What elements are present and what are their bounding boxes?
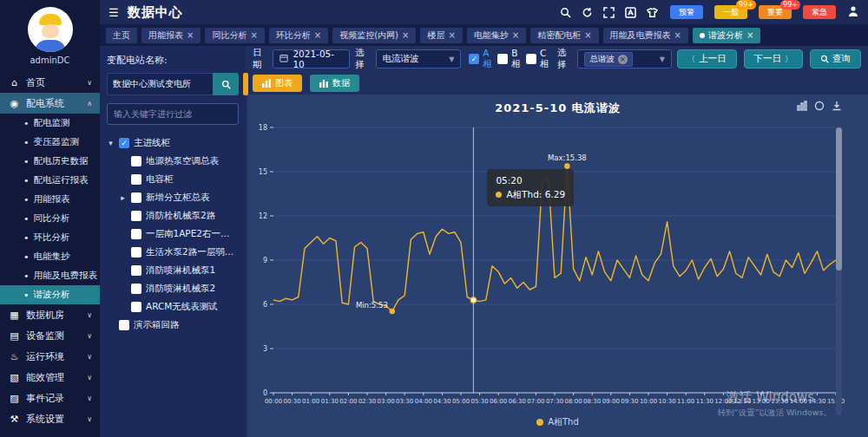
tab-精密配电柜[interactable]: 精密配电柜× bbox=[530, 28, 598, 43]
tab-视频监控(内网)[interactable]: 视频监控(内网)× bbox=[332, 28, 416, 43]
scrollbar-thumb[interactable] bbox=[836, 127, 842, 271]
checkbox-icon[interactable] bbox=[131, 284, 141, 294]
data-view-button[interactable]: 数据 bbox=[310, 75, 359, 92]
harmonic-order-select[interactable]: 总谐波 × ▼ bbox=[577, 49, 672, 68]
tab-close-icon[interactable]: × bbox=[512, 30, 519, 40]
tree-node-消防喷淋机械泵1[interactable]: 消防喷淋机械泵1 bbox=[107, 261, 239, 279]
checkbox-icon[interactable] bbox=[131, 247, 141, 258]
tree-caret-icon[interactable]: ▸ bbox=[119, 193, 127, 202]
checkbox-icon[interactable] bbox=[119, 320, 129, 330]
sidebar-subitem-配电监测[interactable]: •配电监测 bbox=[0, 114, 100, 133]
device-monitor-icon: ▤ bbox=[8, 330, 21, 342]
tree-node-消防栓机械泵2路[interactable]: 消防栓机械泵2路 bbox=[107, 206, 239, 225]
sidebar-subitem-配电历史数据[interactable]: •配电历史数据 bbox=[0, 152, 100, 171]
sidebar-subitem-谐波分析[interactable]: •谐波分析 bbox=[0, 285, 100, 304]
tab-环比分析[interactable]: 环比分析× bbox=[269, 28, 328, 43]
tab-电能集抄[interactable]: 电能集抄× bbox=[467, 28, 526, 43]
user-icon[interactable] bbox=[847, 4, 859, 21]
tab-用能及电费报表[interactable]: 用能及电费报表× bbox=[603, 28, 688, 43]
font-size-icon[interactable] bbox=[624, 6, 636, 18]
tab-close-icon[interactable]: × bbox=[250, 30, 257, 40]
sidebar-subitem-用能及电费报表[interactable]: •用能及电费报表 bbox=[0, 266, 100, 285]
tab-close-icon[interactable]: × bbox=[584, 30, 591, 40]
sidebar-item-配电系统[interactable]: ◉配电系统∧ bbox=[0, 93, 100, 114]
phase-checkbox-A相[interactable]: ✓A相 bbox=[469, 48, 492, 70]
query-button[interactable]: 查询 bbox=[810, 49, 861, 68]
hamburger-icon[interactable]: ☰ bbox=[108, 6, 119, 19]
tree-node-新增分立柜总表[interactable]: ▸新增分立柜总表 bbox=[107, 188, 239, 206]
station-input[interactable] bbox=[107, 73, 213, 95]
fullscreen-icon[interactable] bbox=[602, 6, 615, 18]
checkbox-icon[interactable] bbox=[497, 54, 508, 64]
alert-button-一般[interactable]: 一般99+ bbox=[714, 5, 747, 19]
alert-button-重要[interactable]: 重要99+ bbox=[759, 5, 792, 19]
sidebar-item-数据机房[interactable]: ▦数据机房∨ bbox=[0, 304, 100, 325]
tree-node-ARCM无线表测试[interactable]: ARCM无线表测试 bbox=[107, 297, 239, 316]
prev-day-button[interactable]: 〈 上一日 bbox=[677, 49, 737, 68]
tab-close-icon[interactable]: × bbox=[187, 30, 194, 40]
sidebar-subitem-变压器监测[interactable]: •变压器监测 bbox=[0, 133, 100, 152]
date-picker[interactable]: 2021-05-10 bbox=[273, 49, 350, 68]
tab-close-icon[interactable]: × bbox=[314, 30, 321, 40]
tab-同比分析[interactable]: 同比分析× bbox=[205, 28, 264, 43]
tab-close-icon[interactable]: × bbox=[746, 30, 753, 40]
tag-remove-icon[interactable]: × bbox=[618, 55, 628, 64]
alert-button-紧急[interactable]: 紧急 bbox=[803, 5, 836, 19]
tree-node-演示箱回路[interactable]: 演示箱回路 bbox=[107, 316, 239, 334]
phase-checkbox-C相[interactable]: C相 bbox=[526, 48, 549, 70]
restore-icon[interactable] bbox=[814, 101, 825, 111]
checkbox-icon[interactable] bbox=[131, 156, 141, 166]
search-icon[interactable] bbox=[559, 6, 571, 18]
tree-filter-input[interactable] bbox=[107, 103, 239, 125]
tree-node-生活水泵2路一层弱电房[interactable]: 生活水泵2路一层弱电房 bbox=[107, 243, 239, 261]
tab-close-icon[interactable]: × bbox=[674, 30, 681, 40]
download-icon[interactable] bbox=[832, 101, 842, 111]
checkbox-icon[interactable]: ✓ bbox=[469, 54, 479, 64]
line-chart[interactable]: 036912151800:0000:3001:0001:3002:0002:30… bbox=[249, 115, 862, 417]
sidebar-subitem-电能集抄[interactable]: •电能集抄 bbox=[0, 247, 100, 266]
tab-谐波分析[interactable]: 谐波分析× bbox=[693, 28, 760, 43]
station-search-button[interactable] bbox=[213, 73, 239, 95]
tree-node-主进线柜[interactable]: ▾✓主进线柜 bbox=[107, 134, 239, 152]
theme-icon[interactable] bbox=[646, 6, 658, 18]
checkbox-icon[interactable] bbox=[131, 302, 141, 312]
checkbox-icon[interactable] bbox=[131, 229, 141, 239]
sidebar-subitem-同比分析[interactable]: •同比分析 bbox=[0, 209, 100, 228]
panel-collapse-handle[interactable] bbox=[243, 73, 248, 95]
sidebar-subitem-用能报表[interactable]: •用能报表 bbox=[0, 190, 100, 209]
alert-button-预警[interactable]: 预警 bbox=[670, 5, 703, 19]
tab-close-icon[interactable]: × bbox=[402, 30, 409, 40]
tree-node-电容柜[interactable]: 电容柜 bbox=[107, 170, 239, 188]
checkbox-icon[interactable] bbox=[131, 174, 141, 185]
phase-checkbox-B相[interactable]: B相 bbox=[497, 48, 521, 70]
chart-scrollbar[interactable] bbox=[836, 127, 842, 415]
tree-node-地源热泵空调总表[interactable]: 地源热泵空调总表 bbox=[107, 152, 239, 170]
sidebar-item-首页[interactable]: ⌂首页∨ bbox=[0, 72, 100, 93]
checkbox-icon[interactable] bbox=[131, 211, 141, 221]
sidebar-item-设备监测[interactable]: ▤设备监测∨ bbox=[0, 325, 100, 346]
next-day-button[interactable]: 下一日 〉 bbox=[744, 49, 804, 68]
bar-chart-icon[interactable] bbox=[797, 101, 807, 111]
sidebar-subitem-配电运行报表[interactable]: •配电运行报表 bbox=[0, 171, 100, 190]
sidebar-item-能效管理[interactable]: ▧能效管理∨ bbox=[0, 367, 100, 388]
checkbox-icon[interactable] bbox=[526, 54, 536, 64]
sidebar-item-运行环境[interactable]: ♨运行环境∨ bbox=[0, 346, 100, 367]
chart-view-button[interactable]: 图表 bbox=[253, 75, 302, 92]
harmonic-type-select[interactable]: 电流谐波 ▼ bbox=[376, 49, 462, 68]
sidebar-item-系统设置[interactable]: ⚒系统设置∨ bbox=[0, 408, 100, 429]
sidebar: adminDC ⌂首页∨◉配电系统∧•配电监测•变压器监测•配电历史数据•配电运… bbox=[0, 0, 100, 437]
sidebar-subitem-label: 用能及电费报表 bbox=[34, 270, 98, 282]
tree-caret-icon[interactable]: ▾ bbox=[107, 139, 115, 147]
tree-node-消防喷淋机械泵2[interactable]: 消防喷淋机械泵2 bbox=[107, 279, 239, 297]
checkbox-icon[interactable] bbox=[131, 192, 141, 203]
tab-楼层[interactable]: 楼层× bbox=[420, 28, 462, 43]
tree-node-一层南1APE2右一层北1APE1左[interactable]: 一层南1APE2右一层北1APE1左 bbox=[107, 225, 239, 243]
tab-close-icon[interactable]: × bbox=[448, 30, 455, 40]
checkbox-icon[interactable]: ✓ bbox=[119, 138, 129, 148]
tab-用能报表[interactable]: 用能报表× bbox=[141, 28, 201, 43]
sidebar-item-事件记录[interactable]: ▨事件记录∨ bbox=[0, 388, 100, 408]
checkbox-icon[interactable] bbox=[131, 265, 141, 276]
sidebar-subitem-环比分析[interactable]: •环比分析 bbox=[0, 228, 100, 247]
refresh-icon[interactable] bbox=[581, 6, 593, 18]
tab-主页[interactable]: 主页 bbox=[106, 28, 137, 43]
